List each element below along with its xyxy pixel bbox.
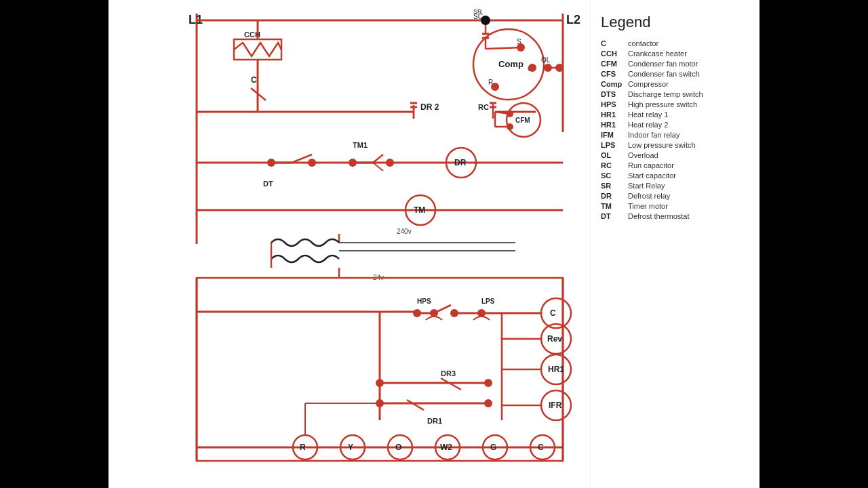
legend-item: TMTimer motor (601, 202, 749, 210)
svg-text:Y: Y (348, 443, 353, 452)
legend-item: Ccontactor (601, 39, 749, 47)
legend-desc: Condenser fan switch (628, 70, 700, 78)
legend-abbr: LPS (601, 141, 628, 149)
legend-item: DRDefrost relay (601, 192, 749, 200)
svg-text:C: C (550, 308, 556, 318)
legend-desc: Discharge temp switch (628, 90, 703, 98)
svg-text:HPS: HPS (417, 298, 431, 305)
svg-text:DR 2: DR 2 (420, 102, 439, 112)
svg-text:C: C (538, 443, 544, 452)
legend-desc: Condenser fan motor (628, 60, 698, 68)
svg-text:TM1: TM1 (353, 141, 368, 149)
legend-desc: Compressor (628, 80, 669, 88)
legend-title: Legend (601, 14, 749, 31)
legend-abbr: DR (601, 192, 628, 200)
legend-abbr: HPS (601, 100, 628, 108)
svg-text:Comp: Comp (498, 59, 524, 69)
svg-point-55 (267, 159, 275, 167)
legend-desc: Start capacitor (628, 171, 676, 180)
legend-abbr: CFS (601, 70, 628, 78)
svg-text:CFM: CFM (515, 117, 530, 124)
legend-item: CFSCondenser fan switch (601, 70, 749, 78)
svg-text:IFR: IFR (549, 401, 562, 410)
svg-point-44 (481, 16, 490, 25)
legend-desc: High pressure switch (628, 100, 697, 108)
legend-items: CcontactorCCHCrankcase heaterCFMCondense… (601, 39, 749, 220)
legend-abbr: HR1 (601, 121, 628, 129)
legend-item: DTDefrost thermostat (601, 212, 749, 220)
svg-text:G: G (490, 443, 496, 452)
legend-desc: Timer motor (628, 202, 668, 210)
legend-abbr: HR1 (601, 110, 628, 119)
legend-desc: Heat relay 2 (628, 121, 668, 129)
legend-item: CompCompressor (601, 80, 749, 88)
svg-text:CCH: CCH (244, 30, 260, 39)
svg-text:DR1: DR1 (427, 417, 442, 425)
svg-text:W2: W2 (440, 443, 452, 452)
legend-item: IFMIndoor fan relay (601, 131, 749, 139)
svg-text:O: O (395, 443, 401, 452)
legend-desc: Run capacitor (628, 161, 674, 169)
svg-text:DR: DR (454, 158, 467, 167)
svg-text:OL: OL (541, 56, 551, 64)
legend-item: SCStart capacitor (601, 171, 749, 180)
legend-desc: Defrost thermostat (628, 212, 689, 220)
svg-point-59 (308, 159, 316, 167)
legend-item: SRStart Relay (601, 182, 749, 190)
legend-desc: contactor (628, 39, 658, 47)
legend-abbr: C (601, 39, 628, 47)
svg-text:LPS: LPS (481, 298, 495, 305)
legend-abbr: CCH (601, 49, 628, 58)
legend-panel: Legend CcontactorCCHCrankcase heaterCFMC… (590, 0, 760, 488)
legend-desc: Indoor fan relay (628, 131, 679, 139)
svg-text:L2: L2 (566, 13, 580, 26)
legend-abbr: IFM (601, 131, 628, 139)
svg-point-33 (491, 83, 499, 91)
legend-abbr: SC (601, 171, 628, 180)
svg-text:C: C (251, 75, 257, 85)
svg-text:DR3: DR3 (441, 369, 456, 378)
svg-text:Rev: Rev (547, 334, 562, 344)
legend-desc: Heat relay 1 (628, 110, 668, 119)
svg-point-114 (484, 399, 492, 407)
legend-desc: Overload (628, 151, 658, 159)
legend-item: DTSDischarge temp switch (601, 90, 749, 98)
svg-text:RC: RC (478, 103, 489, 111)
svg-text:HR1: HR1 (548, 365, 564, 374)
legend-abbr: SR (601, 182, 628, 190)
svg-text:240v: 240v (397, 228, 412, 235)
svg-text:R: R (300, 443, 306, 452)
svg-rect-0 (108, 0, 590, 488)
legend-item: HPSHigh pressure switch (601, 100, 749, 108)
svg-text:SR: SR (473, 8, 482, 15)
legend-item: RCRun capacitor (601, 161, 749, 169)
svg-text:TM: TM (414, 205, 425, 215)
legend-desc: Crankcase heater (628, 49, 687, 58)
legend-item: CFMCondenser fan motor (601, 60, 749, 68)
legend-item: HR1Heat relay 1 (601, 110, 749, 119)
svg-point-105 (484, 379, 492, 387)
legend-abbr: DT (601, 212, 628, 220)
legend-abbr: DTS (601, 90, 628, 98)
legend-abbr: RC (601, 161, 628, 169)
legend-desc: Defrost relay (628, 192, 670, 200)
legend-desc: Start Relay (628, 182, 665, 190)
legend-abbr: OL (601, 151, 628, 159)
svg-text:DT: DT (263, 180, 273, 188)
svg-point-32 (528, 64, 536, 72)
legend-desc: Low pressure switch (628, 141, 696, 149)
legend-abbr: CFM (601, 60, 628, 68)
legend-abbr: Comp (601, 80, 628, 88)
svg-point-65 (386, 159, 394, 167)
legend-item: LPSLow pressure switch (601, 141, 749, 149)
legend-item: OLOverload (601, 151, 749, 159)
legend-item: CCHCrankcase heater (601, 49, 749, 58)
legend-abbr: TM (601, 202, 628, 210)
legend-item: HR1Heat relay 2 (601, 121, 749, 129)
